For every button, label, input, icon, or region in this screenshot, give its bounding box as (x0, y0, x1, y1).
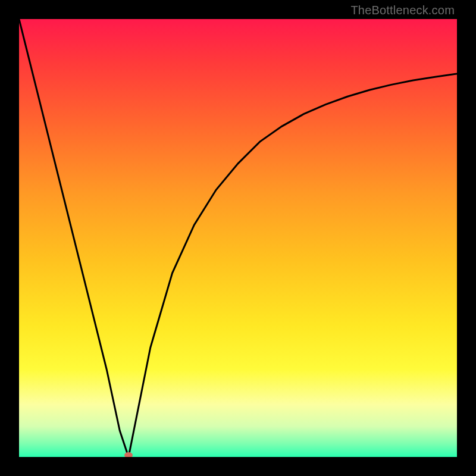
chart-frame: TheBottleneck.com (0, 0, 476, 476)
curve-layer (19, 19, 457, 457)
watermark-text: TheBottleneck.com (350, 4, 455, 17)
plot-area (19, 19, 457, 457)
curve-left-branch (19, 19, 129, 457)
minimum-marker (124, 452, 133, 457)
curve-right-branch (129, 74, 457, 457)
